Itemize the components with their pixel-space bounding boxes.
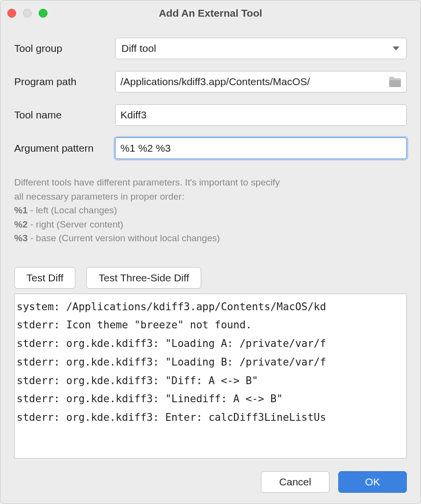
help-intro-2: all necessary parameters in proper order… <box>14 191 184 202</box>
dialog-content: Tool group Diff tool Program path /Appli… <box>0 26 421 464</box>
test-diff-button[interactable]: Test Diff <box>14 267 75 289</box>
ok-button[interactable]: OK <box>338 471 407 493</box>
minimize-icon <box>23 9 32 18</box>
help-p1-key: %1 <box>14 205 27 215</box>
argument-pattern-input[interactable]: %1 %2 %3 <box>115 137 407 159</box>
argument-pattern-label: Argument pattern <box>14 142 115 154</box>
row-program-path: Program path /Applications/kdiff3.app/Co… <box>14 71 407 92</box>
test-buttons: Test Diff Test Three-Side Diff <box>14 267 407 289</box>
row-tool-group: Tool group Diff tool <box>14 38 407 59</box>
help-p1-desc: - left (Local changes) <box>27 205 117 215</box>
dialog-window: Add An External Tool Tool group Diff too… <box>0 0 421 504</box>
folder-icon[interactable] <box>389 76 401 87</box>
dialog-title: Add An External Tool <box>0 7 421 19</box>
close-icon[interactable] <box>7 9 16 18</box>
zoom-icon[interactable] <box>39 9 47 18</box>
titlebar: Add An External Tool <box>0 0 421 26</box>
help-p2-desc: - right (Server content) <box>27 219 123 229</box>
output-log[interactable]: system: /Applications/kdiff3.app/Content… <box>14 294 407 459</box>
help-p2-key: %2 <box>14 219 27 229</box>
program-path-input[interactable]: /Applications/kdiff3.app/Contents/MacOS/ <box>115 71 407 92</box>
help-p3-desc: - base (Current version without local ch… <box>27 233 220 243</box>
tool-name-input[interactable]: Kdiff3 <box>115 104 407 126</box>
window-controls <box>7 9 47 18</box>
row-argument-pattern: Argument pattern %1 %2 %3 <box>14 137 407 159</box>
help-text: Different tools have different parameter… <box>14 176 407 246</box>
argument-pattern-value: %1 %2 %3 <box>120 142 401 154</box>
help-p3-key: %3 <box>14 233 27 243</box>
help-intro-1: Different tools have different parameter… <box>14 177 280 187</box>
program-path-label: Program path <box>14 76 115 88</box>
dialog-footer: Cancel OK <box>0 464 421 504</box>
tool-name-label: Tool name <box>14 109 115 121</box>
tool-name-value: Kdiff3 <box>120 109 401 121</box>
cancel-button[interactable]: Cancel <box>261 471 329 493</box>
tool-group-select[interactable]: Diff tool <box>115 38 407 59</box>
row-tool-name: Tool name Kdiff3 <box>14 104 407 126</box>
tool-group-label: Tool group <box>14 43 115 54</box>
program-path-value: /Applications/kdiff3.app/Contents/MacOS/ <box>120 76 385 88</box>
test-three-side-diff-button[interactable]: Test Three-Side Diff <box>86 267 201 289</box>
tool-group-value: Diff tool <box>121 43 156 54</box>
